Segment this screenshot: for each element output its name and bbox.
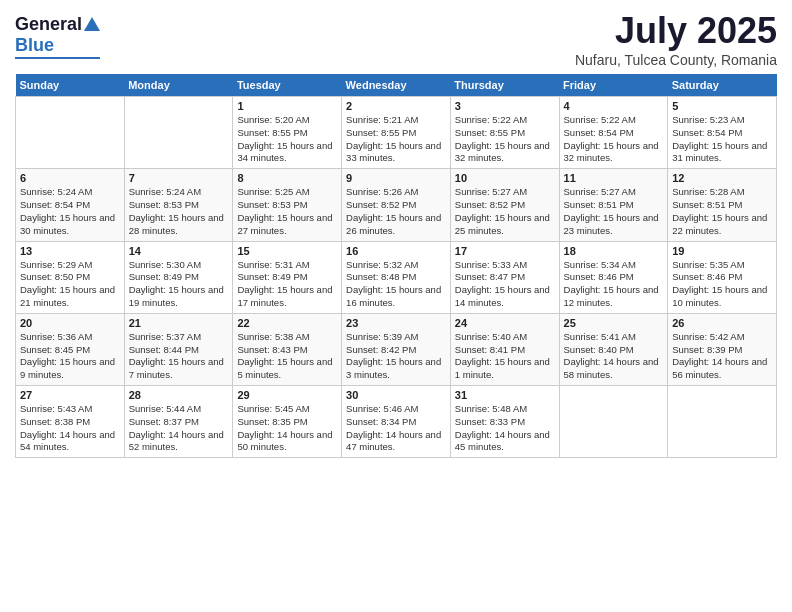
day-number: 16 — [346, 245, 446, 257]
day-number: 11 — [564, 172, 664, 184]
calendar-cell: 31Sunrise: 5:48 AMSunset: 8:33 PMDayligh… — [450, 386, 559, 458]
calendar-cell — [559, 386, 668, 458]
day-number: 30 — [346, 389, 446, 401]
day-info: Sunrise: 5:23 AMSunset: 8:54 PMDaylight:… — [672, 114, 772, 165]
calendar-cell: 26Sunrise: 5:42 AMSunset: 8:39 PMDayligh… — [668, 313, 777, 385]
calendar-cell: 11Sunrise: 5:27 AMSunset: 8:51 PMDayligh… — [559, 169, 668, 241]
calendar-cell: 13Sunrise: 5:29 AMSunset: 8:50 PMDayligh… — [16, 241, 125, 313]
header-cell-tuesday: Tuesday — [233, 74, 342, 97]
day-number: 20 — [20, 317, 120, 329]
calendar-cell: 1Sunrise: 5:20 AMSunset: 8:55 PMDaylight… — [233, 97, 342, 169]
calendar-cell: 30Sunrise: 5:46 AMSunset: 8:34 PMDayligh… — [342, 386, 451, 458]
day-info: Sunrise: 5:40 AMSunset: 8:41 PMDaylight:… — [455, 331, 555, 382]
calendar-cell: 2Sunrise: 5:21 AMSunset: 8:55 PMDaylight… — [342, 97, 451, 169]
day-info: Sunrise: 5:27 AMSunset: 8:52 PMDaylight:… — [455, 186, 555, 237]
calendar-cell: 22Sunrise: 5:38 AMSunset: 8:43 PMDayligh… — [233, 313, 342, 385]
calendar-cell: 29Sunrise: 5:45 AMSunset: 8:35 PMDayligh… — [233, 386, 342, 458]
header-cell-thursday: Thursday — [450, 74, 559, 97]
calendar-cell: 16Sunrise: 5:32 AMSunset: 8:48 PMDayligh… — [342, 241, 451, 313]
day-number: 12 — [672, 172, 772, 184]
calendar-table: SundayMondayTuesdayWednesdayThursdayFrid… — [15, 74, 777, 458]
logo-underline — [15, 57, 100, 59]
calendar-cell: 12Sunrise: 5:28 AMSunset: 8:51 PMDayligh… — [668, 169, 777, 241]
day-info: Sunrise: 5:22 AMSunset: 8:55 PMDaylight:… — [455, 114, 555, 165]
calendar-cell — [124, 97, 233, 169]
page-subtitle: Nufaru, Tulcea County, Romania — [575, 52, 777, 68]
logo-blue-text: Blue — [15, 35, 54, 56]
week-row-1: 1Sunrise: 5:20 AMSunset: 8:55 PMDaylight… — [16, 97, 777, 169]
day-info: Sunrise: 5:41 AMSunset: 8:40 PMDaylight:… — [564, 331, 664, 382]
day-info: Sunrise: 5:46 AMSunset: 8:34 PMDaylight:… — [346, 403, 446, 454]
title-block: July 2025 Nufaru, Tulcea County, Romania — [575, 10, 777, 68]
day-number: 10 — [455, 172, 555, 184]
calendar-cell: 23Sunrise: 5:39 AMSunset: 8:42 PMDayligh… — [342, 313, 451, 385]
day-info: Sunrise: 5:36 AMSunset: 8:45 PMDaylight:… — [20, 331, 120, 382]
page-title: July 2025 — [575, 10, 777, 52]
day-info: Sunrise: 5:31 AMSunset: 8:49 PMDaylight:… — [237, 259, 337, 310]
day-number: 18 — [564, 245, 664, 257]
day-number: 27 — [20, 389, 120, 401]
logo-triangle-icon — [84, 17, 100, 31]
day-info: Sunrise: 5:48 AMSunset: 8:33 PMDaylight:… — [455, 403, 555, 454]
day-info: Sunrise: 5:34 AMSunset: 8:46 PMDaylight:… — [564, 259, 664, 310]
calendar-cell: 25Sunrise: 5:41 AMSunset: 8:40 PMDayligh… — [559, 313, 668, 385]
logo: General Blue — [15, 14, 100, 59]
day-number: 8 — [237, 172, 337, 184]
calendar-cell — [16, 97, 125, 169]
header-cell-friday: Friday — [559, 74, 668, 97]
header-cell-wednesday: Wednesday — [342, 74, 451, 97]
day-info: Sunrise: 5:26 AMSunset: 8:52 PMDaylight:… — [346, 186, 446, 237]
day-number: 4 — [564, 100, 664, 112]
day-info: Sunrise: 5:43 AMSunset: 8:38 PMDaylight:… — [20, 403, 120, 454]
day-info: Sunrise: 5:21 AMSunset: 8:55 PMDaylight:… — [346, 114, 446, 165]
day-number: 28 — [129, 389, 229, 401]
day-number: 29 — [237, 389, 337, 401]
day-info: Sunrise: 5:20 AMSunset: 8:55 PMDaylight:… — [237, 114, 337, 165]
day-number: 22 — [237, 317, 337, 329]
day-number: 5 — [672, 100, 772, 112]
day-info: Sunrise: 5:39 AMSunset: 8:42 PMDaylight:… — [346, 331, 446, 382]
calendar-cell: 3Sunrise: 5:22 AMSunset: 8:55 PMDaylight… — [450, 97, 559, 169]
day-number: 19 — [672, 245, 772, 257]
calendar-cell: 15Sunrise: 5:31 AMSunset: 8:49 PMDayligh… — [233, 241, 342, 313]
calendar-cell: 9Sunrise: 5:26 AMSunset: 8:52 PMDaylight… — [342, 169, 451, 241]
day-info: Sunrise: 5:28 AMSunset: 8:51 PMDaylight:… — [672, 186, 772, 237]
week-row-2: 6Sunrise: 5:24 AMSunset: 8:54 PMDaylight… — [16, 169, 777, 241]
week-row-4: 20Sunrise: 5:36 AMSunset: 8:45 PMDayligh… — [16, 313, 777, 385]
calendar-cell — [668, 386, 777, 458]
calendar-cell: 19Sunrise: 5:35 AMSunset: 8:46 PMDayligh… — [668, 241, 777, 313]
calendar-cell: 4Sunrise: 5:22 AMSunset: 8:54 PMDaylight… — [559, 97, 668, 169]
calendar-cell: 18Sunrise: 5:34 AMSunset: 8:46 PMDayligh… — [559, 241, 668, 313]
day-info: Sunrise: 5:35 AMSunset: 8:46 PMDaylight:… — [672, 259, 772, 310]
day-info: Sunrise: 5:32 AMSunset: 8:48 PMDaylight:… — [346, 259, 446, 310]
calendar-cell: 20Sunrise: 5:36 AMSunset: 8:45 PMDayligh… — [16, 313, 125, 385]
day-info: Sunrise: 5:30 AMSunset: 8:49 PMDaylight:… — [129, 259, 229, 310]
header-cell-monday: Monday — [124, 74, 233, 97]
day-info: Sunrise: 5:29 AMSunset: 8:50 PMDaylight:… — [20, 259, 120, 310]
day-number: 9 — [346, 172, 446, 184]
header-cell-saturday: Saturday — [668, 74, 777, 97]
calendar-cell: 5Sunrise: 5:23 AMSunset: 8:54 PMDaylight… — [668, 97, 777, 169]
calendar-cell: 28Sunrise: 5:44 AMSunset: 8:37 PMDayligh… — [124, 386, 233, 458]
day-number: 17 — [455, 245, 555, 257]
calendar-cell: 21Sunrise: 5:37 AMSunset: 8:44 PMDayligh… — [124, 313, 233, 385]
calendar-cell: 24Sunrise: 5:40 AMSunset: 8:41 PMDayligh… — [450, 313, 559, 385]
day-number: 23 — [346, 317, 446, 329]
day-info: Sunrise: 5:27 AMSunset: 8:51 PMDaylight:… — [564, 186, 664, 237]
day-number: 3 — [455, 100, 555, 112]
calendar-cell: 17Sunrise: 5:33 AMSunset: 8:47 PMDayligh… — [450, 241, 559, 313]
day-number: 21 — [129, 317, 229, 329]
calendar-cell: 27Sunrise: 5:43 AMSunset: 8:38 PMDayligh… — [16, 386, 125, 458]
day-number: 6 — [20, 172, 120, 184]
day-number: 24 — [455, 317, 555, 329]
day-number: 26 — [672, 317, 772, 329]
logo-general-text: General — [15, 14, 82, 35]
calendar-cell: 7Sunrise: 5:24 AMSunset: 8:53 PMDaylight… — [124, 169, 233, 241]
week-row-5: 27Sunrise: 5:43 AMSunset: 8:38 PMDayligh… — [16, 386, 777, 458]
day-number: 7 — [129, 172, 229, 184]
calendar-cell: 6Sunrise: 5:24 AMSunset: 8:54 PMDaylight… — [16, 169, 125, 241]
day-number: 14 — [129, 245, 229, 257]
day-info: Sunrise: 5:24 AMSunset: 8:53 PMDaylight:… — [129, 186, 229, 237]
calendar-cell: 14Sunrise: 5:30 AMSunset: 8:49 PMDayligh… — [124, 241, 233, 313]
day-info: Sunrise: 5:37 AMSunset: 8:44 PMDaylight:… — [129, 331, 229, 382]
